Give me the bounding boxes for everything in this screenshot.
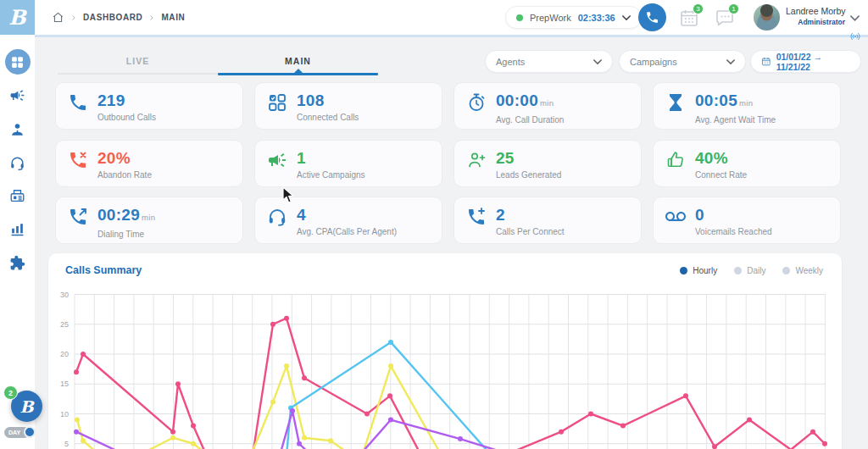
agent-status-pill[interactable]: PrepWork 02:33:36 <box>505 6 642 29</box>
chevron-down-icon[interactable] <box>850 14 860 23</box>
stat-card-dialing-time: 00:29minDialing Time <box>55 197 243 244</box>
stat-value: 219 <box>97 91 156 111</box>
legend-dot <box>680 267 687 274</box>
stat-label: Calls Per Connect <box>496 227 565 236</box>
phone-missed-icon <box>68 150 88 170</box>
stat-card-connected-calls: 108Connected Calls <box>254 82 442 130</box>
status-label: PrepWork <box>530 13 571 23</box>
svg-text:25: 25 <box>60 320 69 329</box>
connected-calls-icon <box>267 92 287 113</box>
calendar-button[interactable]: 3 <box>679 8 699 28</box>
stat-value: 1 <box>297 148 365 169</box>
stat-label: Active Campaigns <box>297 170 365 180</box>
campaigns-filter[interactable]: Campaigns <box>619 50 746 73</box>
sidebar-item-agents[interactable] <box>0 121 35 137</box>
bar-chart-icon <box>9 221 25 237</box>
legend-dot <box>734 267 742 274</box>
dialer-button[interactable] <box>638 3 666 31</box>
svg-text:5: 5 <box>64 440 69 448</box>
stat-value: 00:05min <box>695 91 776 114</box>
breadcrumb-main[interactable]: MAIN <box>161 13 185 22</box>
stat-label: Outbound Calls <box>97 113 156 122</box>
calendar-icon <box>761 56 771 67</box>
tab-main[interactable]: MAIN <box>218 53 378 75</box>
chart-title: Calls Summary <box>65 264 142 276</box>
stat-value: 2 <box>496 205 565 225</box>
sidebar-item-telephony[interactable] <box>0 188 35 204</box>
stat-card-calls-per-connect: 2Calls Per Connect <box>453 197 642 244</box>
megaphone-icon <box>9 87 25 103</box>
date-range-filter[interactable]: 01/01/22 → 11/21/22 <box>750 50 861 73</box>
user-name: Landree Morby <box>786 6 845 16</box>
stat-label: Leads Generated <box>496 170 561 180</box>
stat-value: 108 <box>297 91 359 111</box>
day-toggle-label: DAY <box>8 430 20 435</box>
stat-label: Voicemails Reached <box>695 227 772 236</box>
megaphone-icon <box>267 150 287 170</box>
top-bar: DASHBOARD MAIN PrepWork 02:33:36 3 1 Lan… <box>35 0 868 35</box>
stat-label: Connected Calls <box>297 113 359 122</box>
stat-label: Dialing Time <box>97 230 155 239</box>
stat-card-active-campaigns: 1Active Campaigns <box>254 140 442 187</box>
sidebar-item-dashboard[interactable] <box>0 49 35 75</box>
stat-label: Abandon Rate <box>97 170 152 180</box>
stat-value: 40% <box>695 148 747 169</box>
launcher-button[interactable]: 2 B <box>11 391 42 422</box>
tab-active-marker <box>294 69 303 73</box>
sidebar-item-support[interactable] <box>0 155 35 171</box>
legend-label: Weekly <box>795 266 823 275</box>
svg-text:30: 30 <box>60 291 69 299</box>
headset-icon <box>267 207 287 227</box>
legend-dot <box>782 267 790 274</box>
tab-live[interactable]: LIVE <box>58 53 218 75</box>
sidebar-item-reports[interactable] <box>0 221 35 237</box>
chat-badge: 1 <box>728 3 739 14</box>
legend-label: Hourly <box>693 266 717 275</box>
stat-value: 00:29min <box>97 205 155 228</box>
day-toggle[interactable]: DAY <box>4 427 30 438</box>
voicemail-icon <box>665 207 686 227</box>
signal-icon <box>849 30 861 42</box>
sidebar-item-integrations[interactable] <box>0 255 35 271</box>
stat-card-abandon-rate: 20%Abandon Rate <box>55 140 243 187</box>
stat-card-outbound-calls: 219Outbound Calls <box>55 82 243 130</box>
svg-text:15: 15 <box>60 380 69 388</box>
avatar[interactable] <box>754 4 780 30</box>
phone-icon <box>645 10 659 25</box>
sidebar-item-campaigns[interactable] <box>0 87 35 103</box>
user-menu[interactable]: Landree Morby Administrator <box>786 6 845 26</box>
headset-icon <box>9 155 25 171</box>
tab-live-label: LIVE <box>126 56 149 66</box>
calendar-badge: 3 <box>693 3 704 14</box>
legend-mode-daily[interactable]: Daily <box>734 266 765 275</box>
svg-text:20: 20 <box>60 350 69 358</box>
stat-unit: min <box>739 98 753 108</box>
thumb-up-icon <box>665 150 686 170</box>
legend-mode-hourly[interactable]: Hourly <box>680 266 717 275</box>
stat-value: 0 <box>695 205 772 225</box>
stat-value: 20% <box>97 148 152 169</box>
chevron-down-icon <box>593 58 602 66</box>
home-icon[interactable] <box>52 11 64 24</box>
day-toggle-knob[interactable] <box>24 426 36 438</box>
launcher-logo-letter: B <box>19 397 33 416</box>
chevron-down-icon <box>622 14 631 22</box>
breadcrumb-dashboard[interactable]: DASHBOARD <box>83 13 142 22</box>
campaigns-filter-label: Campaigns <box>630 57 677 67</box>
stat-card-avg-call-duration: 00:00minAvg. Call Duration <box>453 82 642 130</box>
person-add-icon <box>466 150 487 170</box>
stat-label: Avg. Call Duration <box>496 115 564 125</box>
user-role: Administrator <box>786 18 845 26</box>
hourglass-icon <box>665 92 686 113</box>
app-logo[interactable]: B <box>0 0 35 35</box>
grid-icon <box>10 55 25 69</box>
agents-filter[interactable]: Agents <box>485 50 613 73</box>
svg-text:10: 10 <box>60 410 69 419</box>
stats-grid: 219Outbound Calls108Connected Calls00:00… <box>55 82 841 244</box>
person-icon <box>9 121 25 137</box>
messages-button[interactable]: 1 <box>715 8 735 28</box>
stat-card-connect-rate: 40%Connect Rate <box>653 140 841 187</box>
tab-main-label: MAIN <box>285 56 311 66</box>
legend-mode-weekly[interactable]: Weekly <box>782 266 823 275</box>
chevron-right-icon <box>148 14 155 21</box>
